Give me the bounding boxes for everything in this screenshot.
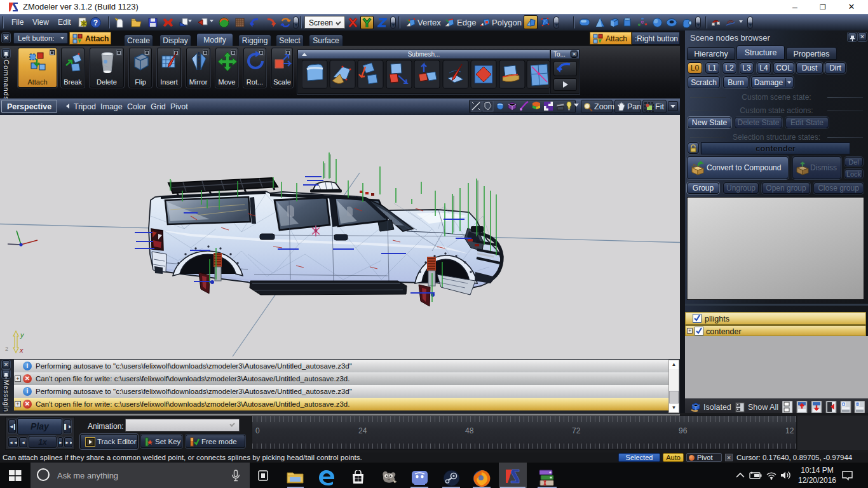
svg-text:y: y xyxy=(20,331,25,339)
svg-text:x: x xyxy=(19,346,24,354)
svg-text:?: ? xyxy=(93,18,98,27)
svg-text:2: 2 xyxy=(5,346,8,352)
